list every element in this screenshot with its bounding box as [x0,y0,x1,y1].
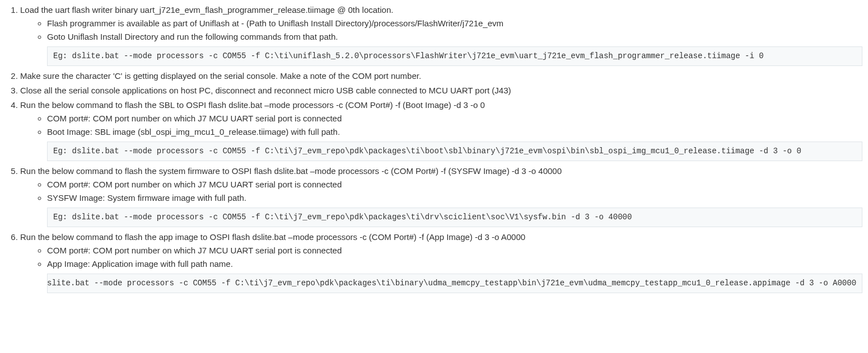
step-6-text: Run the below command to flash the app i… [20,232,525,242]
step-1-sublist: Flash programmer is available as part of… [20,17,862,44]
step-6-code-wrap: Eg: dslite.bat --mode processors -c COM5… [47,274,862,293]
step-6-sublist: COM port#: COM port number on which J7 M… [20,244,862,271]
step-3: Close all the serial console application… [20,84,862,97]
step-4-sub-1: COM port#: COM port number on which J7 M… [47,112,862,125]
step-4-sublist: COM port#: COM port number on which J7 M… [20,112,862,139]
step-2-text: Make sure the character 'C' is getting d… [20,71,421,81]
step-5-sub-2: SYSFW Image: System firmware image with … [47,191,862,205]
step-6-sub-1: COM port#: COM port number on which J7 M… [47,244,862,257]
step-1-text: Load the uart flash writer binary uart_j… [20,5,393,15]
step-1: Load the uart flash writer binary uart_j… [20,3,862,66]
step-4-code-wrap: Eg: dslite.bat --mode processors -c COM5… [47,142,862,161]
step-6-sub-2: App Image: Application image with full p… [47,257,862,271]
step-6: Run the below command to flash the app i… [20,230,862,293]
step-5-sub-1: COM port#: COM port number on which J7 M… [47,178,862,191]
step-4-sub-2: Boot Image: SBL image (sbl_ospi_img_mcu1… [47,125,862,139]
step-1-code-wrap: Eg: dslite.bat --mode processors -c COM5… [47,46,862,66]
step-1-code[interactable]: Eg: dslite.bat --mode processors -c COM5… [47,46,862,66]
step-5: Run the below command to flash the syste… [20,164,862,227]
step-2: Make sure the character 'C' is getting d… [20,69,862,83]
step-4-code[interactable]: Eg: dslite.bat --mode processors -c COM5… [47,142,862,161]
step-4: Run the below command to flash the SBL t… [20,98,862,161]
step-4-text: Run the below command to flash the SBL t… [20,100,485,110]
step-3-text: Close all the serial console application… [20,86,511,95]
instruction-list: Load the uart flash writer binary uart_j… [6,3,862,293]
step-6-code[interactable]: Eg: dslite.bat --mode processors -c COM5… [47,274,862,293]
step-5-code[interactable]: Eg: dslite.bat --mode processors -c COM5… [47,208,862,227]
step-5-text: Run the below command to flash the syste… [20,166,562,176]
step-5-sublist: COM port#: COM port number on which J7 M… [20,178,862,205]
step-1-sub-1: Flash programmer is available as part of… [47,17,862,30]
step-1-sub-2: Goto Uniflash Install Directory and run … [47,30,862,44]
step-5-code-wrap: Eg: dslite.bat --mode processors -c COM5… [47,208,862,227]
